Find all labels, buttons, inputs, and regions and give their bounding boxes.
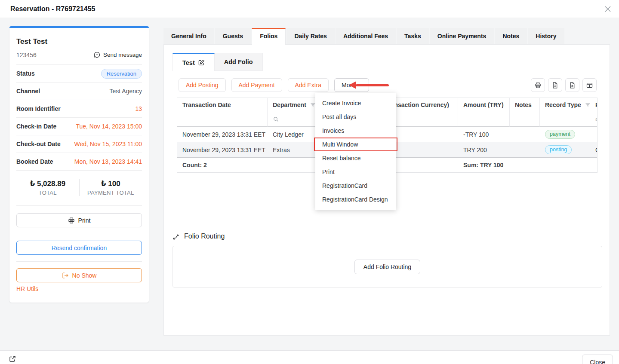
menu-item-print[interactable]: Print [315, 165, 396, 179]
resend-confirmation-button[interactable]: Resend confirmation [16, 241, 142, 255]
route-icon [172, 232, 180, 240]
print-table-icon[interactable] [531, 78, 545, 92]
add-extra-button[interactable]: Add Extra [288, 78, 329, 92]
chat-icon [93, 51, 101, 58]
record-type-badge: payment [545, 130, 575, 139]
table-actions [531, 78, 597, 92]
folio-routing-title: Folio Routing [184, 232, 225, 240]
modal-header: Reservation - R769721455 [0, 0, 619, 18]
filter-icon[interactable] [585, 102, 590, 108]
record-type-badge: posting [545, 145, 572, 154]
divider [16, 261, 142, 262]
divider [16, 234, 142, 234]
modal-footer: Close [0, 350, 619, 364]
guest-name: Test Test [16, 28, 142, 47]
logout-icon [62, 272, 69, 279]
totals-summary: ₺ 5,028.89 TOTAL ₺ 100 PAYMENT TOTAL [16, 171, 142, 206]
field-booked-date: Booked Date Mon, Nov 13, 2023 14:41 [16, 153, 142, 171]
tab-additional-fees[interactable]: Additional Fees [336, 28, 396, 45]
add-payment-button[interactable]: Add Payment [231, 78, 282, 92]
payment-total-label: PAYMENT TOTAL [80, 190, 142, 196]
filter-notes[interactable] [510, 112, 540, 127]
filter-record-type[interactable] [540, 112, 590, 127]
col-notes[interactable]: Notes [510, 98, 540, 112]
menu-item-multi-window[interactable]: Multi Window [315, 138, 396, 151]
menu-item-post-all-days[interactable]: Post all days [315, 110, 396, 124]
folio-routing-header: Folio Routing [172, 232, 225, 240]
field-room-identifier: Room Identifier 13 [16, 100, 142, 118]
printer-icon [68, 217, 75, 224]
column-chooser-icon[interactable] [582, 78, 597, 92]
export-table-icon[interactable] [548, 78, 562, 92]
send-message-link[interactable]: Send message [93, 51, 142, 58]
filter-transaction-date[interactable] [177, 112, 268, 127]
col-amount-try[interactable]: Amount (TRY) [458, 98, 510, 112]
print-button[interactable]: Print [16, 213, 142, 227]
menu-item-reset-balance[interactable]: Reset balance [315, 151, 396, 165]
tab-notes[interactable]: Notes [495, 28, 527, 45]
reservation-tabs: General Info Guests Folios Daily Rates A… [163, 28, 564, 45]
tab-folios[interactable]: Folios [252, 28, 286, 45]
tab-daily-rates[interactable]: Daily Rates [286, 28, 334, 45]
reservation-modal: Reservation - R769721455 Test Test 12345… [0, 0, 619, 364]
menu-item-create-invoice[interactable]: Create Invoice [315, 96, 396, 110]
no-show-button[interactable]: No Show [16, 268, 142, 282]
annotation-arrow [356, 84, 389, 86]
edit-icon[interactable] [198, 59, 205, 66]
total-label: TOTAL [16, 190, 79, 196]
filter-amount-try[interactable] [458, 112, 510, 127]
add-folio-tab[interactable]: Add Folio [215, 53, 263, 71]
col-transaction-date[interactable]: Transaction Date [177, 98, 268, 112]
folio-tab-test[interactable]: Test [172, 53, 215, 71]
guest-summary-card: Test Test 123456 Send message Status Res… [9, 26, 149, 303]
menu-item-registrationcard-design[interactable]: RegistrationCard Design [315, 193, 396, 206]
payment-total-amount: ₺ 100 [80, 179, 142, 188]
sum-total: Sum: TRY 100 [458, 158, 510, 172]
add-posting-button[interactable]: Add Posting [179, 78, 226, 92]
tab-guests[interactable]: Guests [215, 28, 251, 45]
field-checkin-date: Check-in Date Tue, Nov 14, 2023 15:00 [16, 118, 142, 135]
share-icon[interactable] [9, 355, 16, 363]
tab-history[interactable]: History [528, 28, 564, 45]
folio-routing-box: Add Folio Routing [172, 246, 602, 288]
row-count: Count: 2 [177, 158, 268, 172]
tab-online-payments[interactable]: Online Payments [430, 28, 494, 45]
guest-id: 123456 [16, 52, 37, 58]
add-folio-routing-button[interactable]: Add Folio Routing [354, 260, 420, 274]
modal-title: Reservation - R769721455 [10, 5, 95, 13]
col-record-type[interactable]: Record Type [540, 98, 590, 112]
tab-tasks[interactable]: Tasks [397, 28, 429, 45]
export-excel-icon[interactable] [565, 78, 579, 92]
filter-truncated[interactable]: a [590, 112, 597, 127]
menu-item-registrationcard[interactable]: RegistrationCard [315, 179, 396, 193]
status-badge: Reservation [101, 69, 142, 79]
more-dropdown-menu: Create Invoice Post all days Invoices Mu… [315, 93, 396, 210]
hr-utils-link[interactable]: HR Utils [16, 285, 38, 292]
field-status: Status Reservation [16, 65, 142, 83]
field-checkout-date: Check-out Date Wed, Nov 15, 2023 11:00 [16, 135, 142, 153]
tab-general-info[interactable]: General Info [163, 28, 214, 45]
field-channel: Channel Test Agency [16, 83, 142, 100]
close-button[interactable]: Close [582, 355, 613, 364]
folio-tabs: Test Add Folio [172, 53, 263, 71]
col-truncated[interactable]: P [590, 98, 597, 112]
folio-toolbar: Add Posting Add Payment Add Extra More [179, 78, 369, 92]
total-amount: ₺ 5,028.89 [16, 179, 79, 188]
menu-item-invoices[interactable]: Invoices [315, 124, 396, 138]
search-icon [273, 116, 279, 122]
annotation-arrow-head [349, 81, 356, 89]
close-icon[interactable] [604, 5, 612, 13]
